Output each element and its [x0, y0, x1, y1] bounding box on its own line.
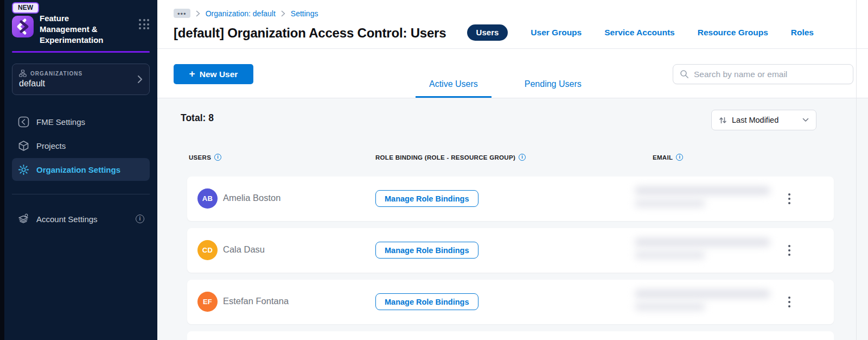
- chevron-down-icon: [802, 118, 809, 122]
- breadcrumb-ellipsis-button[interactable]: •••: [174, 9, 190, 18]
- column-header-users: USERS i: [189, 154, 221, 161]
- fme-settings-icon: [17, 116, 29, 128]
- table-row: CD Cala Dasu Manage Role Bindings: [187, 228, 834, 273]
- search-box: [673, 64, 853, 84]
- sort-dropdown-value: Last Modified: [732, 116, 797, 124]
- toolbar: + New User Active Users Pending Users: [157, 49, 868, 98]
- table-row: EF Estefan Fontana Manage Role Bindings: [187, 280, 834, 324]
- column-header-role-binding: ROLE BINDING (ROLE - RESOURCE GROUP) i: [375, 154, 526, 161]
- search-icon: [680, 70, 689, 79]
- gear-icon: [17, 164, 29, 175]
- fme-logo-icon: [12, 16, 34, 37]
- users-table: AB Amelia Boston Manage Role Bindings CD…: [187, 177, 834, 340]
- row-menu-kebab-icon[interactable]: [784, 294, 795, 310]
- app-window: NEW Feature Management & Experimentation: [0, 0, 868, 340]
- row-menu-kebab-icon[interactable]: [784, 191, 795, 207]
- avatar: AB: [197, 188, 218, 209]
- new-user-button[interactable]: + New User: [174, 64, 253, 84]
- sidebar-item-fme-settings[interactable]: FME Settings: [12, 110, 150, 133]
- manage-role-bindings-button[interactable]: Manage Role Bindings: [375, 242, 478, 259]
- org-hierarchy-icon: [19, 70, 27, 77]
- sidebar-item-label: Projects: [36, 141, 66, 150]
- product-title: Feature Management & Experimentation: [40, 11, 139, 46]
- info-icon[interactable]: i: [519, 154, 526, 161]
- users-list-section: Total: 8 Last Modified USERS i ROLE BIND…: [157, 98, 868, 340]
- email-redacted: [629, 236, 776, 265]
- column-header-label: EMAIL: [653, 154, 673, 161]
- tab-user-groups[interactable]: User Groups: [531, 28, 582, 37]
- avatar: EF: [197, 292, 218, 312]
- row-menu-kebab-icon[interactable]: [784, 242, 795, 259]
- product-title-line: Experimentation: [40, 35, 139, 46]
- screen-edge-strip: [0, 0, 4, 340]
- sidebar-item-organization-settings[interactable]: Organization Settings: [12, 158, 150, 181]
- access-control-tabs: Users User Groups Service Accounts Resou…: [467, 24, 814, 41]
- email-redacted: [629, 287, 776, 317]
- page-header: ••• Organization: default Settings [defa…: [157, 0, 868, 49]
- table-header-row: USERS i ROLE BINDING (ROLE - RESOURCE GR…: [157, 154, 868, 162]
- organization-selector-label-row: ORGANIZATIONS: [19, 70, 143, 77]
- account-settings-info-icon[interactable]: i: [136, 215, 144, 223]
- table-row: AB Amelia Boston Manage Role Bindings: [187, 177, 834, 221]
- sidebar-item-account-settings[interactable]: Account Settings i: [12, 207, 150, 230]
- info-icon[interactable]: i: [676, 154, 683, 161]
- tab-roles[interactable]: Roles: [791, 28, 814, 37]
- sidebar-nav: FME Settings Projects Or: [4, 110, 157, 181]
- tab-service-accounts[interactable]: Service Accounts: [604, 28, 675, 37]
- sort-dropdown[interactable]: Last Modified: [711, 110, 816, 130]
- sidebar-divider: [12, 194, 150, 194]
- app-switcher-grid-icon[interactable]: [139, 19, 150, 30]
- tab-resource-groups[interactable]: Resource Groups: [698, 28, 768, 37]
- user-name: Cala Dasu: [223, 244, 265, 255]
- brand-accent-line: [12, 51, 150, 53]
- sort-arrows-icon: [719, 116, 727, 124]
- avatar: CD: [197, 240, 218, 260]
- manage-role-bindings-button[interactable]: Manage Role Bindings: [375, 190, 478, 207]
- manage-role-bindings-button[interactable]: Manage Role Bindings: [375, 293, 478, 310]
- breadcrumb-link-organization[interactable]: Organization: default: [206, 9, 276, 18]
- sidebar-header: NEW Feature Management & Experimentation: [4, 0, 157, 53]
- chevron-right-icon: [281, 10, 285, 17]
- cube-icon: [17, 140, 29, 152]
- layers-icon: [17, 213, 29, 225]
- fme-logo: [12, 16, 34, 37]
- user-view-tabs: Active Users Pending Users: [416, 79, 595, 98]
- user-name: Estefan Fontana: [223, 296, 289, 306]
- tab-users[interactable]: Users: [467, 24, 508, 41]
- search-input[interactable]: [694, 70, 846, 79]
- main-area: ••• Organization: default Settings [defa…: [157, 0, 868, 340]
- product-title-line: Management &: [40, 24, 139, 35]
- chevron-right-icon: [196, 10, 200, 17]
- sidebar-item-label: FME Settings: [36, 117, 85, 127]
- chevron-right-icon: [137, 75, 143, 84]
- page-title-wrap: [default] Organization Access Control: U…: [174, 26, 467, 41]
- tab-active-users[interactable]: Active Users: [416, 79, 492, 98]
- total-count: Total: 8: [181, 112, 214, 124]
- info-icon[interactable]: i: [214, 154, 221, 161]
- product-title-line: Feature: [40, 13, 139, 24]
- sidebar-item-label: Account Settings: [36, 215, 98, 224]
- sidebar-item-label: Organization Settings: [36, 165, 120, 174]
- email-redacted: [629, 184, 776, 213]
- new-badge: NEW: [12, 2, 39, 14]
- column-header-label: ROLE BINDING (ROLE - RESOURCE GROUP): [375, 154, 515, 161]
- table-row-partial: [187, 331, 834, 340]
- new-user-button-label: New User: [200, 70, 238, 79]
- sidebar-item-projects[interactable]: Projects: [12, 134, 150, 157]
- organizations-label: ORGANIZATIONS: [30, 71, 82, 77]
- breadcrumb: ••• Organization: default Settings: [174, 9, 318, 18]
- column-header-email: EMAIL i: [653, 154, 683, 161]
- product-brand: Feature Management & Experimentation: [12, 11, 150, 46]
- organization-current-value: default: [19, 79, 143, 89]
- sidebar: NEW Feature Management & Experimentation: [4, 0, 157, 340]
- user-name: Amelia Boston: [223, 193, 280, 203]
- plus-icon: +: [189, 68, 195, 80]
- column-header-label: USERS: [189, 154, 211, 161]
- tab-pending-users[interactable]: Pending Users: [511, 79, 595, 98]
- organization-selector[interactable]: ORGANIZATIONS default: [12, 64, 150, 95]
- breadcrumb-link-settings[interactable]: Settings: [291, 9, 318, 18]
- page-title: [default] Organization Access Control: U…: [174, 26, 467, 41]
